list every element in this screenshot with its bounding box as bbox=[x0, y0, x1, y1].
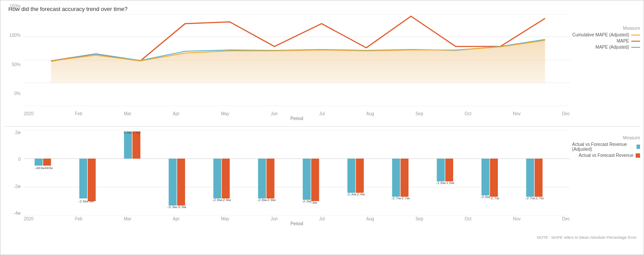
x-label-may-bottom: May bbox=[221, 216, 229, 221]
legend-cumulative-mape-adj-label: Cumulative MAPE (Adjusted) bbox=[572, 32, 630, 37]
label-may-adj: -2.8м bbox=[212, 198, 222, 202]
x-label-sep-bottom: Sep bbox=[415, 216, 423, 221]
x-label-sep: Sep bbox=[415, 111, 423, 116]
bar-apr-adj bbox=[168, 159, 176, 205]
label-apr-rev: -3.3м bbox=[177, 205, 186, 209]
label-oct-adj: -1.6м bbox=[436, 181, 445, 185]
bar-nov-rev bbox=[490, 159, 498, 197]
y-label-150: 150% bbox=[4, 4, 21, 9]
legend-actual-rev: Actual vs Forecast Revenue bbox=[572, 153, 640, 158]
label-nov-adj: -2.6м bbox=[480, 195, 490, 199]
bottom-chart-container: 2м 0 -2м -4м Measure Actual vs Forecast … bbox=[4, 127, 640, 241]
bar-jun-rev bbox=[266, 159, 274, 198]
x-axis-top: 2020 Feb Mar Apr May Jun Jul Aug Sep Oct… bbox=[24, 111, 570, 116]
legend-cumulative-mape-adj-line bbox=[631, 35, 640, 35]
label-dec-rev: -2.7м bbox=[534, 196, 544, 200]
legend-mape-adj-label: MAPE (Adjusted) bbox=[595, 45, 629, 50]
y-label-0: 0% bbox=[4, 91, 21, 96]
legend-mape-adj: MAPE (Adjusted) bbox=[572, 45, 640, 50]
label-jan-rev: -483к bbox=[43, 166, 53, 170]
bar-feb-rev bbox=[88, 159, 96, 201]
bar-may-rev bbox=[222, 159, 230, 198]
y-label-2m: 2м bbox=[4, 130, 21, 135]
note-bar: NOTE - MAPE refers to Mean Absolute Perc… bbox=[4, 235, 640, 241]
label-dec-adj: -2.7м bbox=[525, 196, 535, 200]
x-label-jul-bottom: Jul bbox=[319, 216, 325, 221]
y-label-0: 0 bbox=[4, 157, 21, 162]
label-may-rev: -2.8м bbox=[221, 198, 231, 202]
label-mar-rev: 1.9м bbox=[132, 131, 141, 135]
bar-jul-rev bbox=[311, 159, 319, 201]
bar-dec-adj bbox=[526, 159, 534, 197]
label-aug-rev: -2.4м bbox=[355, 192, 365, 196]
x-label-aug: Aug bbox=[366, 111, 374, 116]
bottom-chart-area: -483к -483к -2.8м -3м 1.9м 1.9м -3.3м -3… bbox=[24, 130, 570, 216]
top-chart-container: How did the forecast accuracy trend over… bbox=[4, 4, 640, 127]
label-aug-adj: -2.4м bbox=[347, 192, 356, 196]
top-chart-area bbox=[24, 14, 570, 110]
y-label-100: 100% bbox=[4, 33, 21, 38]
x-label-nov: Nov bbox=[513, 111, 521, 116]
label-apr-adj: -3.3м bbox=[167, 205, 177, 209]
label-oct-rev: -1.6м bbox=[445, 181, 454, 185]
legend-cumulative-mape-adj: Cumulative MAPE (Adjusted) bbox=[572, 32, 640, 37]
legend-bottom-title: Measure bbox=[572, 135, 640, 140]
x-label-apr-bottom: Apr bbox=[173, 216, 180, 221]
bar-sep-rev bbox=[401, 159, 408, 197]
legend-actual-adj: Actual vs Forecast Revenue (Adjusted) bbox=[572, 142, 640, 152]
bar-oct-adj bbox=[437, 159, 445, 181]
label-mar-adj: 1.9м bbox=[123, 131, 132, 135]
x-axis-period-top: Period bbox=[24, 116, 570, 121]
bar-mar-adj bbox=[124, 131, 132, 159]
y-axis-bottom: 2м 0 -2м -4м bbox=[4, 130, 21, 216]
label-feb-rev: -3м bbox=[87, 199, 93, 203]
x-label-feb-bottom: Feb bbox=[75, 216, 82, 221]
bar-mar-rev bbox=[132, 131, 140, 159]
y-label-neg4m: -4м bbox=[4, 211, 21, 216]
x-label-oct: Oct bbox=[465, 111, 472, 116]
label-nov-rev: -2.7м bbox=[490, 196, 499, 200]
x-label-nov-bottom: Nov bbox=[513, 216, 521, 221]
x-label-mar-bottom: Mar bbox=[124, 216, 131, 221]
label-jun-adj: -2.8м bbox=[257, 198, 267, 202]
bar-aug-rev bbox=[356, 159, 364, 193]
legend-actual-adj-square bbox=[637, 145, 640, 149]
bar-feb-adj bbox=[79, 159, 87, 198]
y-label-50: 50% bbox=[4, 62, 21, 67]
x-label-apr: Apr bbox=[173, 111, 180, 116]
y-axis-top: 150% 100% 50% 0% bbox=[4, 4, 21, 96]
legend-mape-adj-line bbox=[631, 47, 640, 48]
x-label-dec: Dec bbox=[562, 111, 570, 116]
x-label-feb: Feb bbox=[75, 111, 82, 116]
label-sep-adj: -2.7м bbox=[391, 196, 401, 200]
bar-dec-rev bbox=[535, 159, 543, 197]
bar-apr-rev bbox=[177, 159, 185, 205]
legend-actual-adj-label: Actual vs Forecast Revenue (Adjusted) bbox=[572, 142, 634, 152]
y-label-neg2m: -2м bbox=[4, 184, 21, 189]
x-label-aug-bottom: Aug bbox=[366, 216, 374, 221]
bar-nov-adj bbox=[482, 159, 490, 195]
x-axis-period-bottom: Period bbox=[24, 221, 570, 226]
x-label-jun-bottom: Jun bbox=[271, 216, 278, 221]
chart-title: How did the forecast accuracy trend over… bbox=[4, 4, 640, 12]
x-label-mar: Mar bbox=[124, 111, 131, 116]
legend-actual-rev-label: Actual vs Forecast Revenue bbox=[579, 153, 633, 158]
bar-jan-rev bbox=[43, 159, 51, 166]
bar-sep-adj bbox=[392, 159, 400, 197]
bar-jul-adj bbox=[303, 159, 311, 200]
legend-actual-rev-square bbox=[636, 153, 640, 158]
x-label-2020-bottom: 2020 bbox=[24, 216, 33, 221]
bar-oct-rev bbox=[445, 159, 453, 181]
label-jul-rev: -3м bbox=[311, 201, 317, 205]
legend-mape-line bbox=[631, 41, 640, 42]
x-axis-bottom: 2020 Feb Mar Apr May Jun Jul Aug Sep Oct… bbox=[24, 216, 570, 221]
x-label-may: May bbox=[221, 111, 229, 116]
x-label-dec-bottom: Dec bbox=[562, 216, 570, 221]
legend-top-title: Measure bbox=[572, 26, 640, 31]
bar-may-adj bbox=[213, 159, 221, 198]
top-chart-svg bbox=[24, 14, 570, 106]
x-label-jul: Jul bbox=[319, 111, 325, 116]
x-label-oct-bottom: Oct bbox=[465, 216, 472, 221]
bottom-chart-svg: -483к -483к -2.8м -3м 1.9м 1.9м -3.3м -3… bbox=[24, 130, 570, 216]
legend-mape-label: MAPE bbox=[617, 39, 629, 43]
